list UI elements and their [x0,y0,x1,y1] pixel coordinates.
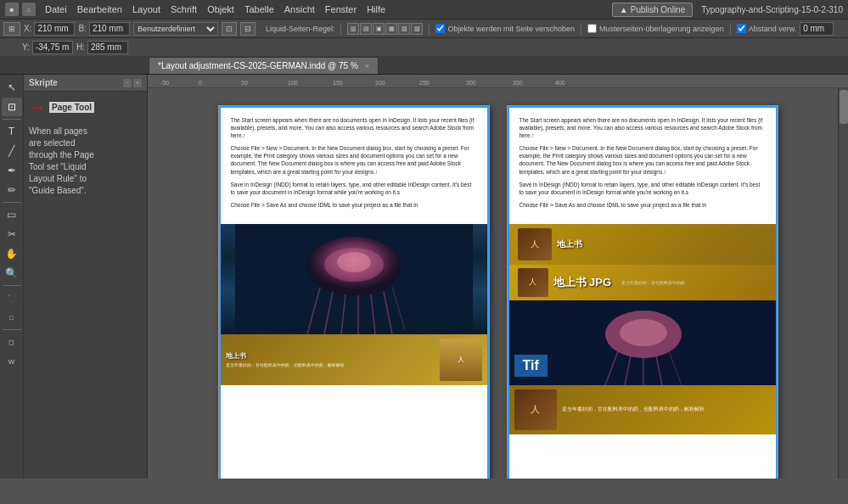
page-left[interactable]: 1 The Start screen appears when there ar… [218,105,490,479]
layout-dropdown[interactable]: Benutzerdefiniert [133,22,218,36]
panel-minimize[interactable]: − [123,79,132,87]
preview-mode[interactable]: W [2,352,22,371]
annotation-line2: are selected [29,138,75,148]
x-label: X: [24,24,31,33]
align-btn-6[interactable]: ▨ [411,23,423,35]
ruler-tick-neg50: -50 [160,80,169,86]
publish-icon: ▲ [620,5,628,14]
grid-view-button[interactable]: ⊞ [3,22,20,36]
zoom-tool[interactable]: 🔍 [2,264,22,283]
page-right-tif-section: Tif [508,300,778,385]
tif-label-box: Tif [514,355,548,377]
page-left-bottom-banner: 地上书 是当年最好的，甘在配料表中的奶，但配料表中的奶，解析解析 人 [219,334,489,385]
annotation-area: → Page Tool When all pages are selected … [24,92,147,204]
separator-4 [730,23,731,35]
skripte-header: Skripte − × [24,75,147,92]
align-btn-5[interactable]: ▧ [398,23,410,35]
menu-ansicht[interactable]: Ansicht [280,3,319,16]
rect-tool[interactable]: ▭ [2,205,22,224]
page-right-banner1-portrait: 人 [518,228,552,260]
menu-bearbeiten[interactable]: Bearbeiten [73,3,126,16]
y-input[interactable] [32,41,73,54]
page-tool[interactable]: ⊡ [2,98,22,116]
normal-mode[interactable]: ◻ [2,333,22,351]
b-label: B: [78,24,86,33]
x-position-group: X: [24,22,75,36]
tool-separator-1 [3,119,21,120]
pencil-tool[interactable]: ✏ [2,181,22,199]
menu-objekt[interactable]: Objekt [203,3,239,16]
ruler-tick-300: 300 [466,80,476,86]
page-left-text2: Choose File > New > Document. In the New… [231,144,477,175]
page-left-banner-text-group: 地上书 是当年最好的，甘在配料表中的奶，但配料表中的奶，解析解析 [226,351,345,367]
align-btn-3[interactable]: ▣ [373,23,385,35]
fill-color[interactable]: ⬛ [2,288,22,307]
menu-layout[interactable]: Layout [128,3,165,16]
objekte-checkbox[interactable] [435,24,445,33]
menu-schrift[interactable]: Schrift [166,3,201,16]
annotation-line6: "Guide Based". [29,186,87,195]
align-btn-2[interactable]: ▤ [360,23,372,35]
ruler-tick-100: 100 [288,80,298,86]
menu-tabelle[interactable]: Tabelle [240,3,278,16]
tab-close-button[interactable]: × [365,62,369,70]
jellyfish-image [219,224,489,334]
page-right-banner1: 人 地上书 [508,224,778,265]
scissors-tool[interactable]: ✂ [2,225,22,244]
h-label: H: [76,42,85,52]
abstand-checkbox[interactable] [737,24,746,33]
tif-text: Tif [523,358,539,372]
align-btn-1[interactable]: ▥ [347,23,359,35]
page-right-banner2: 人 地上书 JPG 是当年最好的，甘在配料表中的奶 [508,265,778,300]
vertical-scrollbar[interactable] [838,88,848,479]
type-tool[interactable]: T [2,122,22,141]
page-right-text3: Save in InDesign (INDD) format to retain… [519,181,766,196]
options-bar: ⊞ X: B: Benutzerdefiniert ⊡ ⊟ Liquid-Sei… [0,19,848,37]
ruler-tick-250: 250 [419,80,430,86]
line-tool[interactable]: ╱ [2,142,22,160]
menu-hilfe[interactable]: Hilfe [362,3,390,16]
select-tool[interactable]: ↖ [2,78,22,97]
adobe-icon: ■ [5,3,19,16]
ruler-tick-350: 350 [513,80,523,86]
menu-fenster[interactable]: Fenster [321,3,361,16]
page-left-banner-title: 地上书 [226,351,345,361]
page-right[interactable]: 2 The Start screen appears when there ar… [507,105,778,479]
b-input[interactable] [89,22,130,36]
tab-label: *Layout adjustment-CS-2025-GERMAN.indd @… [158,61,358,70]
h-position-group: H: [76,41,128,54]
tab-bar: *Layout adjustment-CS-2025-GERMAN.indd @… [0,56,848,75]
app-title-label: Typography-and-Scripting-15-0-2-310 [701,5,843,14]
x-input[interactable] [34,22,75,36]
stroke-color[interactable]: □ [2,308,22,327]
annotation-arrow-icon: → [29,98,46,115]
alignment-buttons: ▥ ▤ ▣ ▦ ▧ ▨ [347,23,423,35]
align-btn-4[interactable]: ▦ [385,23,397,35]
liquid-rule-label: Liquid-Seiten-Regel: [266,25,335,33]
page-right-banner1-content: 人 地上书 [511,225,774,264]
muster-label: Musterseiten-überlagerung anzeigen [599,25,724,33]
menu-datei[interactable]: Datei [41,3,71,16]
h-input[interactable] [87,41,128,54]
muster-checkbox[interactable] [587,24,597,33]
ruler-horizontal: -50 0 50 100 150 200 250 300 350 400 [148,75,848,88]
hand-tool[interactable]: ✋ [2,244,22,263]
panel-close[interactable]: × [133,79,142,87]
pen-tool[interactable]: ✒ [2,161,22,180]
page-right-content: The Start screen appears when there are … [508,106,778,224]
document-tab[interactable]: *Layout adjustment-CS-2025-GERMAN.indd @… [149,57,379,74]
objekte-checkbox-group: Objekte werden mit Seite verschoben [435,24,575,33]
abstand-label: Abstand verw. [749,25,797,33]
canvas-area[interactable]: -50 0 50 100 150 200 250 300 350 400 1 T… [148,75,848,479]
abstand-value-input[interactable] [800,22,834,36]
ruler-tick-400: 400 [555,80,565,86]
icon-btn-2[interactable]: ⊟ [240,22,256,36]
svg-point-13 [620,319,667,346]
page-left-text1: The Start screen appears when there are … [231,116,477,139]
home-icon[interactable]: ⌂ [22,3,36,16]
scroll-thumb[interactable] [840,90,848,124]
page-right-text2: Choose File > New > Document. In the New… [519,144,766,175]
icon-btn-1[interactable]: ⊡ [222,22,237,36]
tool-separator-4 [3,329,21,330]
publish-online-button[interactable]: ▲ Publish Online [612,3,693,17]
